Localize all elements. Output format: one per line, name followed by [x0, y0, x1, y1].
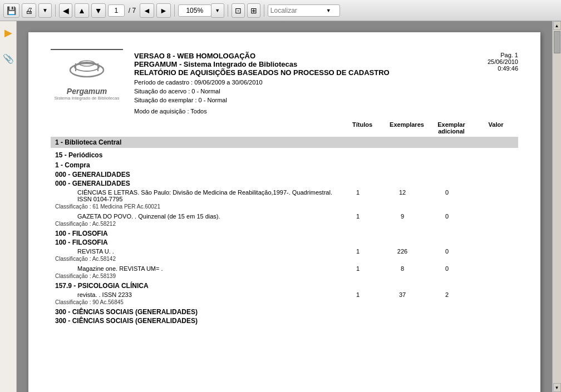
- num-titulos-revista-u: 1: [336, 248, 380, 255]
- num-adicional-gazeta: 0: [425, 213, 469, 220]
- num-adicional-ciencias: 0: [425, 189, 469, 196]
- num-valor-gazeta: [469, 213, 514, 220]
- data-desc-gazeta: GAZETA DO POVO. . Quinzenal (de 15 em 15…: [55, 213, 336, 220]
- scroll-up-arrow[interactable]: ▲: [553, 21, 561, 30]
- separator-1: [55, 4, 56, 17]
- num-exemplares-ciencias: 12: [380, 189, 425, 196]
- header-section: Pergamum Sistema Integrado de Biblioteca…: [51, 49, 518, 115]
- search-dropdown-icon[interactable]: ▼: [326, 8, 331, 13]
- page-number-input[interactable]: [108, 4, 125, 17]
- expand-button[interactable]: ⊞: [247, 3, 260, 18]
- sidebar-icon-2[interactable]: 📎: [3, 53, 14, 64]
- col-valor: Valor: [474, 121, 518, 135]
- header-modo: Modo de aquisição : Todos: [134, 108, 390, 115]
- category-100-1: 100 - FILOSOFIA: [51, 229, 518, 238]
- prev-page-button[interactable]: ◄: [140, 3, 154, 18]
- subsection-compra: 1 - Compra: [51, 160, 518, 170]
- zoom-dropdown-button[interactable]: ▼: [211, 3, 224, 18]
- data-row-magazine: Magazine one. REVISTA UM= . 1 8 0: [51, 264, 518, 273]
- num-valor-revista: [469, 291, 514, 298]
- data-nums-gazeta: 1 9 0: [336, 213, 514, 220]
- main-area: ▶ 📎: [0, 21, 561, 392]
- separator-3: [228, 4, 228, 17]
- logo-subtitle: Sistema Integrado de Bibliotecas: [51, 96, 123, 101]
- header-situacao-exemplar: Situação do exemplar : 0 - Normal: [134, 97, 390, 103]
- print-button[interactable]: 🖨: [22, 3, 36, 18]
- separator-4: [264, 4, 264, 17]
- category-300-1: 300 - CIÊNCIAS SOCIAIS (GENERALIDADES): [51, 307, 518, 316]
- nav-back-button[interactable]: ◀: [59, 3, 72, 18]
- classif-ciencias: Classificação : 61 Medicina PER Ac.60021: [51, 204, 518, 212]
- classif-revista: Classificação : 90 Ac.56845: [51, 299, 518, 307]
- data-desc-revista-u: REVISTA U. .: [55, 248, 336, 255]
- header-title1: VERSAO 8 - WEB HOMOLOGAÇÃO: [134, 52, 390, 60]
- data-desc-revista: revista. . ISSN 2233: [55, 291, 336, 298]
- separator-2: [174, 4, 175, 17]
- category-000-1: 000 - GENERALIDADES: [51, 170, 518, 179]
- col-exemplares: Exemplares: [385, 121, 429, 135]
- logo-box: Pergamum Sistema Integrado de Biblioteca…: [51, 49, 123, 101]
- num-valor-revista-u: [469, 248, 514, 255]
- save-button[interactable]: 💾: [3, 3, 19, 18]
- category-300-2: 300 - CIÊNCIAS SOCIAIS (GENERALIDADES): [51, 316, 518, 325]
- num-valor-magazine: [469, 265, 514, 272]
- header-periodo: Período de cadastro : 09/06/2009 a 30/06…: [134, 79, 390, 86]
- num-valor-ciencias: [469, 189, 514, 196]
- col-titulos: Títulos: [340, 121, 385, 135]
- header-pag: Pag. 1: [488, 52, 518, 58]
- data-nums-ciencias: 1 12 0: [336, 189, 514, 196]
- header-time: 0:49:46: [488, 65, 518, 72]
- data-row-gazeta: GAZETA DO POVO. . Quinzenal (de 15 em 15…: [51, 212, 518, 221]
- num-titulos-revista: 1: [336, 291, 380, 298]
- num-adicional-revista-u: 0: [425, 248, 469, 255]
- nav-down-button[interactable]: ▼: [91, 3, 106, 18]
- data-nums-revista-u: 1 226 0: [336, 248, 514, 255]
- header-title2: PERGAMUM - Sistema Integrado de Bibliote…: [134, 60, 390, 68]
- data-nums-revista: 1 37 2: [336, 291, 514, 298]
- right-scrollbar: ▲ ▼: [552, 21, 561, 392]
- section-biblioteca-central: 1 - Biblioteca Central: [51, 137, 518, 148]
- page: Pergamum Sistema Integrado de Biblioteca…: [28, 32, 540, 392]
- classif-gazeta: Classificação : Ac.58212: [51, 221, 518, 229]
- subsection-periodicos: 15 - Periódicos: [51, 150, 518, 160]
- scroll-thumb[interactable]: [554, 31, 560, 53]
- nav-up-button[interactable]: ▲: [75, 3, 89, 18]
- num-exemplares-gazeta: 9: [380, 213, 425, 220]
- data-row-revista-u: REVISTA U. . 1 226 0: [51, 247, 518, 256]
- header-info: VERSAO 8 - WEB HOMOLOGAÇÃO PERGAMUM - Si…: [134, 49, 390, 115]
- sidebar-icon-1[interactable]: ▶: [4, 27, 12, 39]
- data-desc-ciencias: CIÊNCIAS E LETRAS. São Paulo: Divisão de…: [55, 189, 336, 202]
- zoom-input[interactable]: [178, 4, 211, 17]
- category-100-2: 100 - FILOSOFIA: [51, 238, 518, 247]
- logo-name: Pergamum: [51, 87, 123, 96]
- num-adicional-magazine: 0: [425, 265, 469, 272]
- header-left: Pergamum Sistema Integrado de Biblioteca…: [51, 49, 390, 115]
- data-row-revista: revista. . ISSN 2233 1 37 2: [51, 290, 518, 299]
- num-titulos-ciencias: 1: [336, 189, 380, 196]
- header-date: 25/06/2010: [488, 58, 518, 65]
- num-adicional-revista: 2: [425, 291, 469, 298]
- data-nums-magazine: 1 8 0: [336, 265, 514, 272]
- left-sidebar: ▶ 📎: [0, 21, 17, 392]
- category-157: 157.9 - PSICOLOGIA CLÍNICA: [51, 281, 518, 290]
- fit-button[interactable]: ⊡: [232, 3, 245, 18]
- column-headers: Títulos Exemplares Exemplar adicional Va…: [51, 121, 518, 135]
- header-title3: RELATÓRIO DE AQUISIÇÕES BASEADOS NO PROC…: [134, 68, 390, 77]
- category-000-2: 000 - GENERALIDADES: [51, 179, 518, 188]
- logo-svg: [65, 54, 109, 85]
- scroll-down-arrow[interactable]: ▼: [553, 383, 561, 392]
- data-row-ciencias: CIÊNCIAS E LETRAS. São Paulo: Divisão de…: [51, 188, 518, 204]
- next-page-button[interactable]: ►: [156, 3, 171, 18]
- col-exemplar-adicional: Exemplar adicional: [429, 121, 474, 135]
- header-right: Pag. 1 25/06/2010 0:49:46: [488, 49, 518, 115]
- search-input[interactable]: [270, 7, 326, 14]
- num-exemplares-revista-u: 226: [380, 248, 425, 255]
- num-exemplares-revista: 37: [380, 291, 425, 298]
- data-desc-magazine: Magazine one. REVISTA UM= .: [55, 265, 336, 272]
- doc-area[interactable]: Pergamum Sistema Integrado de Biblioteca…: [17, 21, 552, 392]
- num-titulos-gazeta: 1: [336, 213, 380, 220]
- print-options-button[interactable]: ▼: [38, 3, 52, 18]
- search-box: ▼: [268, 4, 340, 17]
- toolbar: 💾 🖨 ▼ ◀ ▲ ▼ / 7 ◄ ► ▼ ⊡ ⊞ ▼: [0, 0, 561, 21]
- classif-magazine: Classificação : Ac.58139: [51, 273, 518, 281]
